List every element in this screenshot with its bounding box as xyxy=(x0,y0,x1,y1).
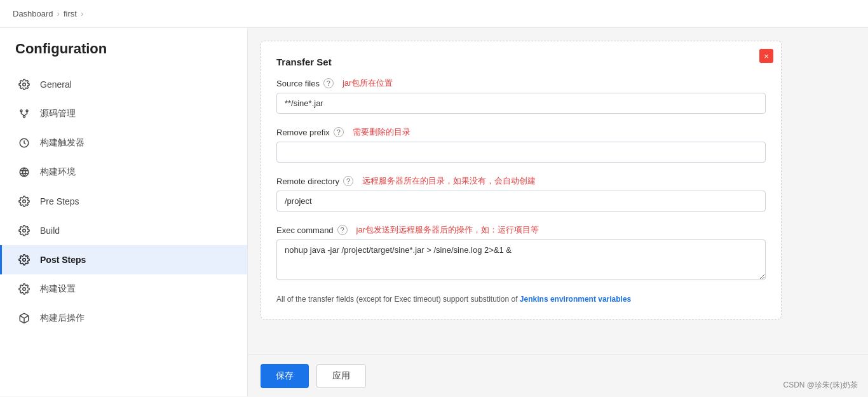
breadcrumb-sep-2: › xyxy=(81,9,83,18)
sidebar-item-post-steps[interactable]: Post Steps xyxy=(0,245,247,274)
remote-directory-input[interactable] xyxy=(276,191,766,212)
sidebar-item-general[interactable]: General xyxy=(0,70,247,99)
svg-point-13 xyxy=(23,229,26,232)
exec-command-annotation: jar包发送到远程服务器后的操作，如：运行项目等 xyxy=(356,224,539,236)
transfer-set-card: Transfer Set × Source files ? jar包所在位置 R… xyxy=(261,41,782,320)
save-button[interactable]: 保存 xyxy=(261,364,309,388)
info-text: All of the transfer fields (except for E… xyxy=(276,295,766,304)
remove-prefix-help-icon[interactable]: ? xyxy=(334,127,344,137)
sidebar-item-pre-steps[interactable]: Pre Steps xyxy=(0,187,247,216)
fork-icon xyxy=(17,107,31,121)
sidebar-item-build-trigger[interactable]: 构建触发器 xyxy=(0,128,247,158)
remove-prefix-annotation: 需要删除的目录 xyxy=(353,126,410,138)
svg-point-2 xyxy=(26,110,28,112)
breadcrumb: Dashboard › first › xyxy=(0,0,868,28)
svg-point-1 xyxy=(20,110,22,112)
remove-prefix-label: Remove prefix xyxy=(276,128,330,137)
svg-point-15 xyxy=(23,288,26,291)
main-content: Transfer Set × Source files ? jar包所在位置 R… xyxy=(248,28,868,396)
apply-button[interactable]: 应用 xyxy=(316,364,366,388)
presteps-gear-icon xyxy=(17,194,31,208)
remote-directory-annotation: 远程服务器所在的目录，如果没有，会自动创建 xyxy=(362,175,536,187)
svg-line-7 xyxy=(24,114,27,116)
source-files-annotation: jar包所在位置 xyxy=(342,77,393,89)
source-files-help-icon[interactable]: ? xyxy=(323,78,334,88)
svg-line-6 xyxy=(22,114,25,116)
breadcrumb-first[interactable]: first xyxy=(64,9,77,18)
sidebar-label-source-control: 源码管理 xyxy=(40,108,76,119)
remote-directory-label-row: Remote directory ? 远程服务器所在的目录，如果没有，会自动创建 xyxy=(276,175,766,187)
close-button[interactable]: × xyxy=(759,49,773,63)
exec-command-label-row: Exec command ? jar包发送到远程服务器后的操作，如：运行项目等 xyxy=(276,224,766,236)
build-settings-gear-icon xyxy=(17,282,31,296)
breadcrumb-sep-1: › xyxy=(57,9,60,18)
watermark: CSDN @珍朱(珠)奶茶 xyxy=(783,380,858,391)
sidebar-item-source-control[interactable]: 源码管理 xyxy=(0,99,247,128)
svg-point-3 xyxy=(24,116,25,118)
breadcrumb-dashboard[interactable]: Dashboard xyxy=(13,9,53,18)
poststeps-gear-icon xyxy=(17,253,31,267)
exec-command-label: Exec command xyxy=(276,225,334,235)
globe-icon xyxy=(17,165,31,179)
sidebar: Configuration General 源码管理 xyxy=(0,28,248,396)
remove-prefix-label-row: Remove prefix ? 需要删除的目录 xyxy=(276,126,766,138)
exec-command-help-icon[interactable]: ? xyxy=(337,225,348,235)
sidebar-label-build: Build xyxy=(40,225,60,236)
sidebar-item-build-env[interactable]: 构建环境 xyxy=(0,158,247,187)
sidebar-label-general: General xyxy=(40,79,72,90)
sidebar-label-build-post-action: 构建后操作 xyxy=(40,313,85,324)
svg-point-0 xyxy=(23,83,26,86)
source-files-input[interactable] xyxy=(276,93,766,114)
sidebar-item-build-post-action[interactable]: 构建后操作 xyxy=(0,304,247,333)
exec-command-textarea[interactable]: nohup java -jar /project/target/sine*.ja… xyxy=(276,239,766,280)
remote-directory-group: Remote directory ? 远程服务器所在的目录，如果没有，会自动创建 xyxy=(276,175,766,212)
build-gear-icon xyxy=(17,224,31,238)
svg-point-14 xyxy=(23,259,26,262)
source-files-label-row: Source files ? jar包所在位置 xyxy=(276,77,766,89)
sidebar-label-post-steps: Post Steps xyxy=(40,255,86,265)
footer-bar: 保存 应用 xyxy=(248,354,868,397)
remove-prefix-group: Remove prefix ? 需要删除的目录 xyxy=(276,126,766,163)
cube-icon xyxy=(17,311,31,325)
card-title: Transfer Set xyxy=(276,57,766,67)
sidebar-item-build[interactable]: Build xyxy=(0,216,247,245)
sidebar-title: Configuration xyxy=(0,41,247,70)
remote-directory-label: Remote directory xyxy=(276,177,339,186)
clock-icon xyxy=(17,136,31,150)
source-files-group: Source files ? jar包所在位置 xyxy=(276,77,766,114)
sidebar-label-pre-steps: Pre Steps xyxy=(40,196,79,206)
exec-command-group: Exec command ? jar包发送到远程服务器后的操作，如：运行项目等 … xyxy=(276,224,766,282)
remote-directory-help-icon[interactable]: ? xyxy=(343,176,353,186)
remove-prefix-input[interactable] xyxy=(276,142,766,163)
sidebar-label-build-trigger: 构建触发器 xyxy=(40,137,85,149)
sidebar-label-build-env: 构建环境 xyxy=(40,166,76,178)
sidebar-item-build-settings[interactable]: 构建设置 xyxy=(0,274,247,304)
source-files-label: Source files xyxy=(276,79,320,88)
jenkins-env-vars-link[interactable]: Jenkins environment variables xyxy=(520,295,631,304)
svg-point-12 xyxy=(23,200,26,203)
sidebar-label-build-settings: 构建设置 xyxy=(40,283,76,295)
info-text-body: All of the transfer fields (except for E… xyxy=(276,295,520,304)
gear-icon xyxy=(17,77,31,91)
